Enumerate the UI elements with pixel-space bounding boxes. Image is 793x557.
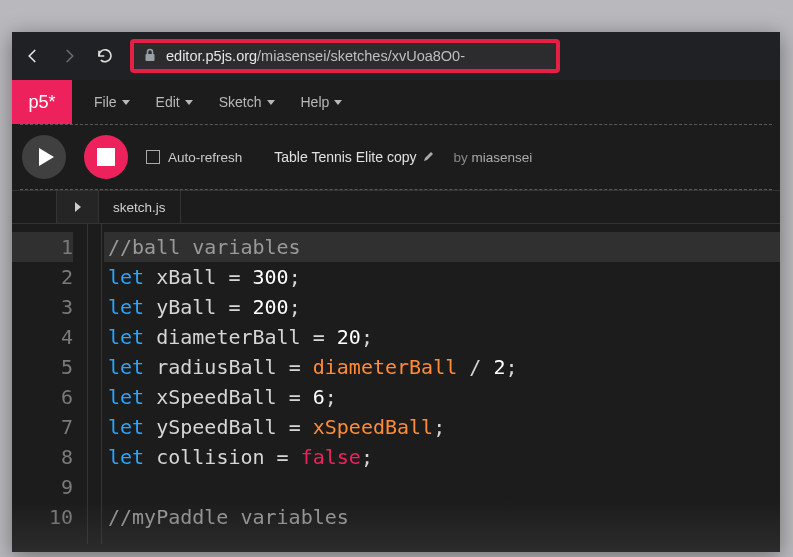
lock-icon	[144, 48, 156, 65]
line-number-gutter: 12345678910	[12, 224, 88, 544]
code-editor[interactable]: 12345678910 //ball variableslet xBall = …	[12, 224, 780, 544]
line-number: 3	[12, 292, 73, 322]
line-number: 4	[12, 322, 73, 352]
menu-list: File Edit Sketch Help	[72, 80, 342, 124]
line-number: 2	[12, 262, 73, 292]
line-number: 8	[12, 442, 73, 472]
menu-file[interactable]: File	[94, 94, 130, 110]
line-number: 6	[12, 382, 73, 412]
code-line[interactable]	[104, 472, 780, 502]
gutter-header	[12, 191, 57, 223]
browser-bar: editor.p5js.org/miasensei/sketches/xvUoa…	[12, 32, 780, 80]
code-line[interactable]: let collision = false;	[104, 442, 780, 472]
fold-gutter	[88, 224, 102, 544]
code-area[interactable]: //ball variableslet xBall = 300;let yBal…	[102, 224, 780, 544]
app-window: editor.p5js.org/miasensei/sketches/xvUoa…	[12, 32, 780, 552]
svg-rect-0	[146, 54, 155, 61]
menu-help[interactable]: Help	[301, 94, 343, 110]
reload-button[interactable]	[94, 45, 116, 67]
line-number: 9	[12, 472, 73, 502]
p5-logo[interactable]: p5*	[12, 80, 72, 124]
chevron-down-icon	[334, 100, 342, 105]
line-number: 7	[12, 412, 73, 442]
chevron-down-icon	[185, 100, 193, 105]
edit-icon[interactable]	[423, 150, 435, 165]
code-line[interactable]: //ball variables	[104, 232, 780, 262]
line-number: 1	[12, 232, 73, 262]
code-line[interactable]: let ySpeedBall = xSpeedBall;	[104, 412, 780, 442]
stop-button[interactable]	[84, 135, 128, 179]
line-number: 10	[12, 502, 73, 532]
menu-sketch[interactable]: Sketch	[219, 94, 275, 110]
stop-icon	[97, 148, 115, 166]
code-line[interactable]: let xBall = 300;	[104, 262, 780, 292]
author-label: by miasensei	[453, 150, 532, 165]
code-line[interactable]: //myPaddle variables	[104, 502, 780, 532]
sketch-name[interactable]: Table Tennis Elite copy	[274, 149, 435, 165]
checkbox-icon[interactable]	[146, 150, 160, 164]
toolbar: Auto-refresh Table Tennis Elite copy by …	[12, 125, 780, 189]
chevron-down-icon	[122, 100, 130, 105]
menu-edit[interactable]: Edit	[156, 94, 193, 110]
code-line[interactable]: let radiusBall = diameterBall / 2;	[104, 352, 780, 382]
line-number: 5	[12, 352, 73, 382]
chevron-down-icon	[267, 100, 275, 105]
file-tab[interactable]: sketch.js	[99, 191, 181, 223]
code-line[interactable]: let yBall = 200;	[104, 292, 780, 322]
url-text: editor.p5js.org/miasensei/sketches/xvUoa…	[166, 48, 465, 64]
auto-refresh-toggle[interactable]: Auto-refresh	[146, 150, 242, 165]
menu-bar: p5* File Edit Sketch Help	[12, 80, 780, 124]
forward-button[interactable]	[58, 45, 80, 67]
play-icon	[39, 148, 54, 166]
code-line[interactable]: let xSpeedBall = 6;	[104, 382, 780, 412]
play-button[interactable]	[22, 135, 66, 179]
expand-sidebar-button[interactable]	[57, 191, 99, 223]
back-button[interactable]	[22, 45, 44, 67]
file-tab-row: sketch.js	[12, 190, 780, 224]
chevron-right-icon	[75, 202, 81, 212]
auto-refresh-label: Auto-refresh	[168, 150, 242, 165]
code-line[interactable]: let diameterBall = 20;	[104, 322, 780, 352]
url-bar[interactable]: editor.p5js.org/miasensei/sketches/xvUoa…	[130, 39, 560, 73]
